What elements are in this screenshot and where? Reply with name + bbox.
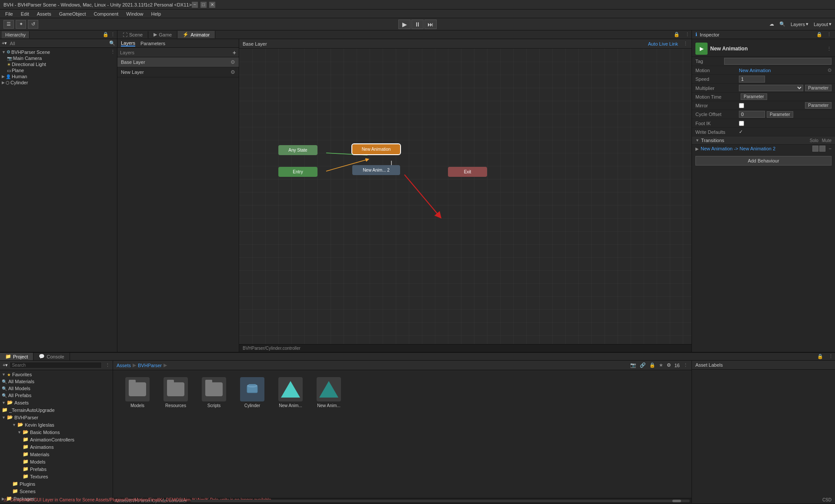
hierarchy-lock-icon[interactable]: 🔒 [103,32,109,37]
project-item-textures[interactable]: 📁 Textures [0,473,113,480]
tab-animator[interactable]: ⚡ Animator [177,31,215,38]
tab-console[interactable]: 💬 Console [33,353,70,360]
play-button[interactable]: ▶ [398,20,411,29]
project-item-prefabs[interactable]: 📁 Prefabs [0,465,113,473]
tab-scene[interactable]: ⛶ Scene [117,31,148,38]
menu-gameobject[interactable]: GameObject [56,11,90,17]
add-behaviour-btn[interactable]: Add Behaviour [695,156,832,166]
layer-item-new[interactable]: New Layer ⚙ [117,67,239,77]
browser-icon-1[interactable]: 📷 [630,362,636,368]
search-icon[interactable]: 🔍 [779,21,785,27]
project-item-terrain[interactable]: 📁 _TerrainAutoUpgrade [0,406,113,414]
project-item-scenes[interactable]: 📁 Scenes [0,487,113,495]
tag-input[interactable] [724,58,832,65]
project-search-input[interactable] [10,362,102,368]
scrollbar-track[interactable] [190,500,690,502]
breadcrumb-bvhparser[interactable]: BVHParser [138,363,162,368]
project-item-plugins[interactable]: 📁 Plugins [0,480,113,487]
parameters-tab-btn[interactable]: Parameters [140,41,165,46]
layer-gear-icon[interactable]: ⚙ [230,69,235,75]
mute-btn[interactable] [819,146,825,152]
transition-expand[interactable]: ▶ [695,146,699,151]
menu-window[interactable]: Window [123,11,147,17]
close-button[interactable]: ✕ [209,2,215,8]
solo-btn[interactable] [812,146,818,152]
asset-item-scripts[interactable]: Scripts [197,377,231,408]
motion-target-icon[interactable]: ⊙ [828,67,832,73]
animator-canvas[interactable]: Any State Entry New Animation New Anim..… [239,49,691,344]
hierarchy-tab[interactable]: Hierarchy [2,31,30,38]
scrollbar-thumb[interactable] [672,500,681,502]
asset-item-cylinder[interactable]: Cylinder [235,377,270,408]
project-item-kevin[interactable]: ▼ 📂 Kevin Igleslas [0,421,113,428]
minimize-button[interactable]: − [192,2,198,8]
tab-game[interactable]: ▶ Game [148,31,177,38]
asset-item-models[interactable]: Models [120,377,155,408]
hierarchy-search-icon[interactable]: 🔍 [109,40,115,46]
menu-assets[interactable]: Assets [33,11,55,17]
project-item-favorites[interactable]: ▼ ★ Favorites [0,371,113,378]
foot-ik-checkbox[interactable] [739,121,744,126]
menu-help[interactable]: Help [147,11,164,17]
project-item-materials[interactable]: 📁 Materials [0,451,113,458]
multiplier-select[interactable] [739,85,803,91]
layer-gear-icon[interactable]: ⚙ [230,59,235,65]
inspector-lock-icon[interactable]: 🔒 [816,32,822,37]
cycle-offset-input[interactable] [739,111,765,118]
project-item-models[interactable]: 📁 Models [0,458,113,465]
browser-icon-4[interactable]: ★ [659,362,663,368]
hierarchy-item-directional-light[interactable]: ☀ Directional Light [0,61,117,67]
menu-file[interactable]: File [2,11,17,17]
transition-delete-btn[interactable]: − [829,146,832,151]
project-item-animations[interactable]: 📁 Animations [0,443,113,451]
browser-icon-3[interactable]: 🔒 [649,362,655,368]
layout-dropdown[interactable]: Layout ▾ [814,21,832,27]
tab-lock-icon[interactable]: 🔒 [670,32,683,37]
toolbar-btn-2[interactable]: ✦ [16,20,26,29]
browser-menu-icon[interactable]: ⋮ [683,362,688,368]
state-exit[interactable]: Exit [448,167,487,177]
hierarchy-menu-icon[interactable]: ⋮ [110,32,115,37]
layers-tab-btn[interactable]: Layers [121,40,135,46]
project-item-basic-motions[interactable]: ▼ 📂 Basic Motions [0,428,113,436]
hierarchy-item-plane[interactable]: ▭ Plane [0,67,117,73]
hierarchy-item-menu[interactable]: ⋮ [110,49,115,55]
project-menu-icon[interactable]: ⋮ [105,362,110,368]
motion-value[interactable]: New Animation [739,68,771,73]
transition-item-label[interactable]: New Animation -> New Animation 2 [701,146,811,151]
hierarchy-add-btn[interactable]: +▾ [2,40,7,46]
state-new-animation2[interactable]: New Anim... 2 [352,165,400,175]
speed-input[interactable] [739,76,765,83]
layers-dropdown[interactable]: Layers ▾ [791,21,808,27]
tab-menu-icon[interactable]: ⋮ [683,32,691,37]
asset-item-resources[interactable]: Resources [158,377,193,408]
inspector-menu-icon[interactable]: ⋮ [827,32,832,37]
hierarchy-item-main-camera[interactable]: 📷 Main Camera [0,55,117,61]
asset-item-new-anim-2[interactable]: New Anim... [311,377,346,408]
state-entry[interactable]: Entry [278,167,317,177]
bottom-lock-icon[interactable]: 🔒 [814,354,827,359]
toolbar-btn-1[interactable]: ☰ [3,20,14,29]
bottom-menu-icon[interactable]: ⋮ [827,354,835,359]
inspector-object-menu[interactable]: ⋮ [827,46,832,52]
browser-icon-2[interactable]: 🔗 [640,362,646,368]
step-button[interactable]: ⏭ [424,20,437,29]
menu-component[interactable]: Component [90,11,122,17]
maximize-button[interactable]: □ [200,2,207,8]
project-add-btn[interactable]: +▾ [3,362,8,368]
layer-item-base[interactable]: Base Layer ⚙ [117,57,239,67]
hierarchy-item-human[interactable]: ▶ 👤 Human [0,73,117,80]
project-item-all-prefabs[interactable]: 🔍 All Prefabs [0,392,113,399]
state-any-state[interactable]: Any State [278,145,317,155]
mirror-parameter-btn[interactable]: Parameter [805,102,832,109]
tab-project[interactable]: 📁 Project [0,353,33,360]
hierarchy-item-cylinder[interactable]: ▶ ⬡ Cylinder [0,80,117,86]
pause-button[interactable]: ⏸ [411,20,424,29]
toolbar-btn-3[interactable]: ↺ [28,20,38,29]
project-item-animation-controllers[interactable]: 📁 AnimationControllers [0,436,113,443]
motion-time-parameter-btn[interactable]: Parameter [741,93,767,100]
auto-live-link-btn[interactable]: Auto Live Link [648,41,678,46]
inspector-transitions-header[interactable]: ▼ Transitions Solo Mute [692,136,835,145]
project-item-all-materials[interactable]: 🔍 All Materials [0,378,113,385]
hierarchy-item-bvhparser-scene[interactable]: ▼ ⚙ BVHParser Scene ⋮ [0,49,117,55]
